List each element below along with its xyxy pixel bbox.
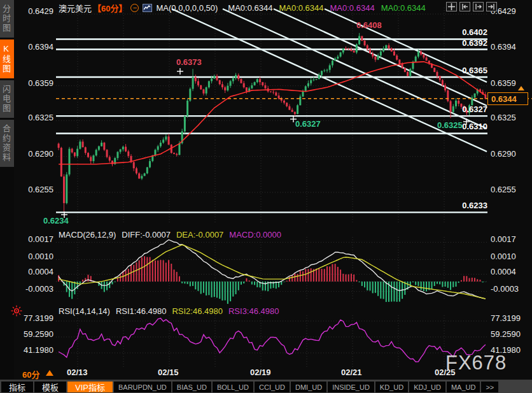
- toolbar-button-0[interactable]: 指标: [1, 382, 33, 392]
- chart-tool-icons: [446, 2, 497, 11]
- current-price-value: 0.6344: [491, 94, 517, 104]
- alert-icon-glyph: [11, 305, 22, 317]
- period-label[interactable]: 【60分】: [93, 2, 127, 14]
- symbol-title: 澳元美元: [59, 2, 92, 14]
- price-chart-canvas[interactable]: [0, 0, 532, 393]
- price-up-arrow-icon: [518, 86, 524, 90]
- toolbar-button-3[interactable]: BARUPDN_UD: [114, 382, 171, 392]
- pan-icon[interactable]: [446, 2, 457, 11]
- chart-header: 澳元美元 【60分】 − MA(0,0,0,0,0,50) MA0:0.6344…: [59, 2, 426, 13]
- indicator-toolbar: 指标模板VIP指标BARUPDN_UDBIAS_UDBOLL_UDCCI_UDD…: [0, 380, 532, 393]
- toolbar-button-4[interactable]: BIAS_UD: [172, 382, 211, 392]
- zigzag-glyph: [144, 5, 151, 11]
- macd-macd-value: MACD:0.0000: [229, 230, 281, 239]
- current-price-box: 0.6344: [487, 92, 528, 105]
- sidebar-tab-3[interactable]: 合约资料: [0, 120, 14, 167]
- rsi-title[interactable]: RSI(14,14,14): [59, 306, 110, 316]
- timeframe-label[interactable]: 60分: [22, 368, 39, 380]
- rsi1-value: RSI1:46.4980: [116, 306, 167, 316]
- trading-app-window: 0.64290.64290.63940.63940.63590.63590.63…: [0, 0, 532, 393]
- rsi3-value: RSI3:46.4980: [228, 306, 279, 316]
- macd-diff-value: DIFF:-0.0007: [122, 230, 171, 239]
- alert-icon[interactable]: [11, 305, 22, 317]
- toolbar-button-2[interactable]: VIP指标: [67, 382, 113, 392]
- ma-readout-2: MA0:0.6344: [330, 3, 375, 13]
- rsi2-value: RSI2:46.4980: [172, 306, 223, 316]
- macd-header: MACD(26,12,9) DIFF:-0.0007 DEA:-0.0007 M…: [59, 230, 281, 239]
- chart-type-sidebar: 分时图K线图闪电图合约资料: [0, 0, 14, 393]
- toolbar-button-10[interactable]: KDJ_UD: [409, 382, 445, 392]
- toolbar-button-11[interactable]: MA_UD: [447, 382, 480, 392]
- ma-readout-1: MA0:0.6344: [279, 3, 323, 13]
- ma-readout-3: MA0:0.6344: [381, 3, 426, 13]
- toolbar-button-8[interactable]: INSIDE_UD: [328, 382, 374, 392]
- rsi-header: RSI(14,14,14) RSI1:46.4980 RSI2:46.4980 …: [59, 306, 279, 316]
- toolbar-button-1[interactable]: 模板: [34, 382, 66, 392]
- jump-latest-icon[interactable]: [486, 2, 497, 11]
- toolbar-button-6[interactable]: CCI_UD: [255, 382, 290, 392]
- ma-readouts: MA0:0.6344MA0:0.6344MA0:0.6344MA0:0.6344: [221, 3, 425, 13]
- ma-config-label: MA(0,0,0,0,0,50): [156, 3, 218, 13]
- timeframe-up-triangle-icon[interactable]: [46, 370, 53, 376]
- sidebar-tab-1[interactable]: K线图: [0, 39, 14, 78]
- sidebar-tab-2[interactable]: 闪电图: [0, 80, 14, 118]
- collapse-icon[interactable]: −: [130, 4, 139, 12]
- macd-dea-value: DEA:-0.0007: [176, 230, 223, 239]
- macd-title[interactable]: MACD(26,12,9): [59, 230, 116, 239]
- chart-style-icon[interactable]: [143, 4, 152, 12]
- toolbar-button-9[interactable]: KD_UD: [375, 382, 408, 392]
- scroll-right-icon[interactable]: [473, 2, 484, 11]
- sidebar-tab-0[interactable]: 分时图: [0, 0, 14, 38]
- scroll-left-icon[interactable]: [459, 2, 470, 11]
- toolbar-button-7[interactable]: DMI_UD: [291, 382, 326, 392]
- ma-readout-0: MA0:0.6344: [228, 3, 272, 13]
- toolbar-button-12[interactable]: >>: [481, 382, 498, 392]
- toolbar-button-5[interactable]: BOLL_UD: [213, 382, 253, 392]
- watermark: FX678: [445, 352, 507, 375]
